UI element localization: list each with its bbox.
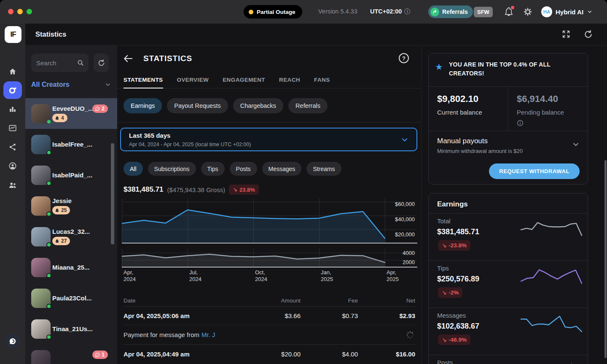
- cell-date: Apr 04, 2025,04:49 am: [124, 351, 243, 358]
- section-pill-referrals[interactable]: Referrals: [288, 98, 328, 113]
- group-chevron-down-icon: [105, 81, 111, 88]
- pending-info-icon[interactable]: [517, 120, 588, 128]
- trend-chart-icon[interactable]: [8, 123, 17, 133]
- section-pill-earnings[interactable]: Earnings: [124, 98, 162, 113]
- pending-balance-amount: $6,914.40: [517, 94, 588, 104]
- filter-pill-tips[interactable]: Tips: [201, 162, 225, 176]
- date-range-label: Last 365 days: [129, 132, 170, 139]
- earnings-item-tips: Tips$250,576.89↘-2%: [429, 260, 588, 308]
- refresh-creators-icon[interactable]: [94, 54, 109, 72]
- description-text: Payment for message from: [124, 331, 199, 338]
- right-panel: ★ YOU ARE IN THE TOP 0.4% OF ALL CREATOR…: [422, 46, 607, 364]
- timezone-info-icon[interactable]: i: [404, 8, 410, 14]
- y-axis-label: $60,000: [387, 201, 415, 207]
- creator-search[interactable]: [31, 54, 89, 72]
- trend-down-icon: ↘: [442, 337, 446, 343]
- status-dot-icon: [249, 10, 253, 14]
- filter-pill-streams[interactable]: Streams: [306, 162, 341, 176]
- tab-reach[interactable]: REACH: [279, 72, 300, 88]
- creator-row[interactable]: Paula23Col...: [25, 283, 117, 313]
- trend-down-icon: ↘: [442, 242, 446, 249]
- creator-name-block: Miaana_25...: [52, 252, 103, 283]
- nav-item-creators-active[interactable]: [3, 81, 22, 99]
- page-title: Statistics: [35, 30, 66, 38]
- settings-gear-icon[interactable]: [523, 7, 532, 16]
- account-menu[interactable]: HA Hybrid AI: [541, 6, 593, 17]
- expand-fullscreen-icon[interactable]: [561, 29, 572, 40]
- account-circle-icon[interactable]: [8, 161, 17, 171]
- current-balance: $9,802.10 Current balance: [429, 87, 508, 131]
- tab-statements[interactable]: STATEMENTS: [124, 72, 163, 88]
- request-withdrawal-button[interactable]: REQUEST WITHDRAWAL: [489, 163, 580, 179]
- creator-name: IsabelPaid_...: [52, 171, 103, 179]
- earnings-item-total: Total$381,485.71↘-23.8%: [429, 213, 588, 260]
- online-status-dot: [46, 335, 51, 340]
- bell-badge-count: 27: [61, 238, 67, 244]
- zoom-window-button[interactable]: [27, 9, 32, 14]
- sparkline-messages: [520, 315, 583, 335]
- creator-row[interactable]: Miaana_25...: [25, 252, 117, 283]
- share-icon[interactable]: [8, 142, 17, 152]
- macos-titlebar: Partial Outage Version 5.4.33 UTC+02:00 …: [0, 0, 607, 24]
- window-scrollbar[interactable]: [604, 160, 607, 358]
- pending-balance: $6,914.40 Pending balance: [508, 87, 588, 131]
- star-icon: ★: [435, 62, 443, 72]
- tab-overview[interactable]: OVERVIEW: [177, 72, 209, 88]
- creator-avatar: [31, 258, 51, 277]
- transaction-row[interactable]: Apr 04, 2025,04:49 am$20.00$4.00$16.00: [124, 345, 415, 363]
- creator-name-block: EeveeDUO_...4: [52, 98, 103, 129]
- main-scrollbar[interactable]: [112, 143, 114, 244]
- current-balance-label: Current balance: [437, 109, 508, 116]
- app-version: Version 5.4.33: [318, 8, 357, 15]
- creator-row[interactable]: Tinaa_21Us...: [25, 313, 117, 344]
- creator-name-block: Lucas2_32...27: [52, 221, 103, 252]
- creator-avatar: [31, 350, 51, 364]
- section-pill-chargebacks[interactable]: Chargebacks: [233, 98, 283, 113]
- filter-pill-subscriptions[interactable]: Subscriptions: [148, 162, 196, 176]
- fan-link[interactable]: Mr. J: [201, 331, 215, 338]
- refresh-page-icon[interactable]: [583, 29, 594, 40]
- team-members-icon[interactable]: [8, 180, 17, 190]
- filter-pill-all[interactable]: All: [124, 162, 143, 176]
- creator-list: EeveeDUO_...42IsabelFree_...IsabelPaid_.…: [25, 98, 117, 364]
- creator-row[interactable]: Lucas2_32...27: [25, 221, 117, 252]
- filter-pill-posts[interactable]: Posts: [230, 162, 257, 176]
- date-range-selector[interactable]: Last 365 days Apr 04, 2024 - Apr 04, 202…: [120, 128, 417, 151]
- payouts-chevron-down-icon[interactable]: [572, 140, 580, 149]
- bell-badge: 4: [52, 114, 67, 122]
- sfw-toggle-badge[interactable]: SFW: [474, 7, 493, 17]
- top-creator-banner: ★ YOU ARE IN THE TOP 0.4% OF ALL CREATOR…: [429, 54, 588, 87]
- tab-fans[interactable]: FANS: [314, 72, 330, 88]
- change-value: 23.8%: [239, 187, 255, 193]
- referrals-button[interactable]: Referrals: [428, 5, 473, 18]
- support-chat-icon[interactable]: [5, 334, 20, 348]
- chat-badge-count: 1: [102, 352, 105, 358]
- earnings-item-label: Tips: [437, 265, 449, 272]
- close-window-button[interactable]: [8, 9, 13, 14]
- creator-row[interactable]: EeveeDUO_...42: [25, 98, 117, 129]
- x-axis-label: Apr,2024: [124, 269, 136, 283]
- timezone-indicator[interactable]: UTC+02:00 i: [370, 8, 410, 15]
- bar-chart-icon[interactable]: [8, 104, 17, 114]
- back-arrow-icon[interactable]: [124, 54, 133, 63]
- transaction-row[interactable]: Apr 04, 2025,05:06 am$3.66$0.73$2.93: [124, 307, 415, 325]
- creator-row[interactable]: IsabelFree_...: [25, 129, 117, 160]
- search-input[interactable]: [36, 59, 77, 67]
- system-status-badge[interactable]: Partial Outage: [244, 5, 302, 19]
- help-icon[interactable]: ?: [399, 53, 409, 63]
- app-logo[interactable]: IF: [5, 26, 21, 43]
- creator-row[interactable]: Jessie25: [25, 190, 117, 221]
- home-icon[interactable]: [8, 67, 17, 76]
- creator-name-block: IsabelFree_...: [52, 129, 103, 160]
- section-pill-payout-requests[interactable]: Payout Requests: [167, 98, 228, 113]
- online-status-dot: [46, 242, 51, 247]
- notifications-bell-icon[interactable]: [504, 7, 513, 16]
- tab-engagement[interactable]: ENGAGEMENT: [223, 72, 265, 88]
- minimize-window-button[interactable]: [17, 9, 23, 14]
- transaction-description: Payment for message fromMr. J: [124, 325, 415, 345]
- filter-pill-messages[interactable]: Messages: [262, 162, 302, 176]
- online-status-dot: [46, 150, 51, 155]
- creator-row[interactable]: 1: [25, 344, 117, 364]
- creator-group-filter[interactable]: All Creators: [31, 81, 111, 88]
- creator-row[interactable]: IsabelPaid_...: [25, 160, 117, 190]
